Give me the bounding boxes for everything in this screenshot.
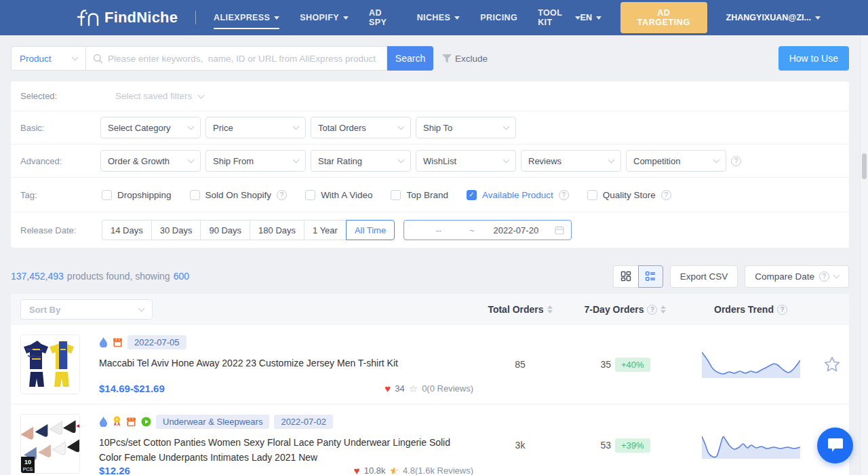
date-range-picker[interactable]: -- ~ 2022-07-20 bbox=[403, 220, 572, 240]
reviews-dropdown[interactable]: Reviews bbox=[521, 150, 621, 172]
star-rating-dropdown[interactable]: Star Rating bbox=[311, 150, 411, 172]
select-category-dropdown[interactable]: Select Category bbox=[100, 117, 201, 138]
nav-right-cluster: EN AD TARGETING ZHANGYIXUAN@ZI... bbox=[580, 2, 821, 33]
category-badge[interactable]: Underwear & Sleepwears bbox=[156, 415, 269, 429]
product-row-1: 2022-07-05 Maccabi Tel Aviv Hone Away 20… bbox=[11, 325, 849, 404]
export-csv-button[interactable]: Export CSV bbox=[670, 265, 738, 288]
price-dropdown[interactable]: Price bbox=[205, 117, 306, 138]
products-table: Sort By Total Orders 7-Day Orders Orders… bbox=[11, 294, 849, 475]
saved-filters-select[interactable]: Select saved filters bbox=[115, 91, 203, 101]
chevron-down-icon bbox=[398, 124, 405, 130]
scrollbar-thumb[interactable] bbox=[862, 153, 867, 179]
date-separator: ~ bbox=[467, 225, 477, 235]
grid-view-button[interactable] bbox=[613, 265, 638, 288]
release-all-time[interactable]: All Time bbox=[346, 220, 395, 240]
checkbox-icon[interactable] bbox=[305, 190, 315, 200]
total-orders-value: 3k bbox=[476, 440, 564, 451]
nav-item-aliexpress[interactable]: ALIEXPRESS bbox=[214, 6, 279, 29]
jersey-product-image bbox=[21, 335, 80, 394]
search-input[interactable] bbox=[108, 54, 380, 64]
product-left: 2022-07-05 Maccabi Tel Aviv Hone Away 20… bbox=[11, 335, 476, 394]
wishlist-dropdown[interactable]: WishList bbox=[416, 150, 516, 172]
language-selector[interactable]: EN bbox=[580, 13, 601, 22]
filter-row-advanced: Advanced: Order & Growth Ship From Star … bbox=[11, 145, 849, 178]
ad-targeting-button[interactable]: AD TARGETING bbox=[620, 2, 707, 33]
product-title[interactable]: 10Pcs/set Cotton Panties Women Sexy Flor… bbox=[99, 436, 473, 465]
checkbox-icon[interactable] bbox=[587, 190, 597, 200]
favorite-toggle[interactable] bbox=[815, 356, 849, 373]
checkbox-checked-icon[interactable] bbox=[467, 190, 477, 200]
product-thumbnail[interactable] bbox=[20, 335, 80, 394]
order-growth-dropdown[interactable]: Order & Growth bbox=[100, 150, 201, 172]
list-view-button[interactable] bbox=[638, 265, 663, 288]
product-price-line: $12.26 10.8k 4.8(1.6k Reviews) bbox=[99, 465, 473, 475]
tag-with-a-video[interactable]: With A Video bbox=[305, 190, 372, 200]
release-90-days[interactable]: 90 Days bbox=[200, 220, 250, 240]
nav-item-pricing[interactable]: PRICING bbox=[480, 6, 517, 29]
total-orders-dropdown[interactable]: Total Orders bbox=[311, 117, 411, 138]
tag-sold-on-shopify[interactable]: Sold On Shopify bbox=[190, 190, 288, 200]
nav-item-shopify[interactable]: SHOPIFY bbox=[300, 6, 349, 29]
nav-item-tool-kit[interactable]: TOOL KIT bbox=[538, 1, 580, 34]
sort-by-select[interactable]: Sort By bbox=[20, 299, 153, 320]
search-icon bbox=[93, 54, 103, 64]
release-date-badge[interactable]: 2022-07-05 bbox=[127, 335, 186, 349]
chevron-down-icon bbox=[815, 16, 821, 20]
chevron-down-icon bbox=[575, 16, 580, 20]
product-price: $14.69-$21.69 bbox=[99, 383, 165, 394]
filter-panel: Selected: Select saved filters Basic: Se… bbox=[11, 81, 849, 248]
search-type-select[interactable]: Product bbox=[11, 46, 85, 71]
chevron-down-icon bbox=[503, 124, 510, 130]
chat-widget-button[interactable] bbox=[817, 428, 853, 463]
search-button[interactable]: Search bbox=[387, 46, 433, 71]
store-icon bbox=[113, 337, 123, 347]
release-date-badge[interactable]: 2022-07-02 bbox=[274, 415, 333, 429]
release-30-days[interactable]: 30 Days bbox=[151, 220, 201, 240]
chevron-down-icon bbox=[608, 157, 615, 164]
how-to-use-button[interactable]: How to Use bbox=[778, 46, 849, 71]
help-icon[interactable] bbox=[277, 190, 287, 200]
filter-funnel-icon bbox=[441, 54, 452, 64]
exclude-control[interactable]: Exclude bbox=[441, 54, 488, 64]
chevron-down-icon bbox=[198, 92, 205, 98]
page-scrollbar[interactable] bbox=[860, 35, 868, 475]
competition-dropdown[interactable]: Competition bbox=[626, 150, 726, 172]
results-count: 137,452,493 bbox=[11, 271, 64, 282]
checkbox-icon[interactable] bbox=[190, 190, 200, 200]
release-14-days[interactable]: 14 Days bbox=[102, 220, 151, 240]
checkbox-icon[interactable] bbox=[102, 190, 112, 200]
ship-to-dropdown[interactable]: Ship To bbox=[416, 117, 516, 138]
results-found-text: products found, showing bbox=[67, 271, 170, 282]
tag-available-product[interactable]: Available Product bbox=[467, 190, 569, 200]
brand-name: FindNiche bbox=[104, 9, 178, 26]
filter-row-selected: Selected: Select saved filters bbox=[11, 81, 849, 111]
tag-top-brand[interactable]: Top Brand bbox=[391, 190, 448, 200]
tag-dropshipping[interactable]: Dropshipping bbox=[102, 190, 172, 200]
help-icon[interactable] bbox=[647, 305, 657, 315]
compare-date-button[interactable]: Compare Date bbox=[745, 265, 849, 288]
chevron-down-icon bbox=[274, 16, 279, 20]
help-icon[interactable] bbox=[731, 156, 741, 166]
sort-arrows-icon[interactable] bbox=[660, 305, 666, 314]
brand-logo[interactable]: FindNiche bbox=[76, 7, 178, 28]
ship-from-dropdown[interactable]: Ship From bbox=[205, 150, 306, 172]
release-180-days[interactable]: 180 Days bbox=[250, 220, 304, 240]
sort-arrows-icon[interactable] bbox=[547, 305, 553, 314]
nav-item-ad-spy[interactable]: AD SPY bbox=[369, 1, 397, 34]
product-thumbnail[interactable]: 10 PCS bbox=[20, 414, 80, 474]
nav-item-niches[interactable]: NICHES bbox=[417, 6, 460, 29]
checkbox-icon[interactable] bbox=[391, 190, 401, 200]
help-icon[interactable] bbox=[559, 190, 569, 200]
tag-quality-store[interactable]: Quality Store bbox=[587, 190, 671, 200]
product-title[interactable]: Maccabi Tel Aviv Hone Away 2022 23 Custo… bbox=[99, 356, 473, 371]
help-icon[interactable] bbox=[661, 190, 671, 200]
product-info: 2022-07-05 Maccabi Tel Aviv Hone Away 20… bbox=[99, 335, 473, 394]
review-text: 0(0 Reviews) bbox=[422, 383, 473, 394]
help-icon[interactable] bbox=[777, 305, 787, 315]
wishlist-count: 10.8k bbox=[364, 466, 386, 475]
help-icon bbox=[819, 271, 829, 282]
seven-day-orders-cell: 53 +39% bbox=[564, 438, 686, 453]
account-menu[interactable]: ZHANGYIXUAN@ZI... bbox=[726, 13, 821, 22]
release-1-year[interactable]: 1 Year bbox=[304, 220, 346, 240]
search-field bbox=[85, 46, 387, 71]
